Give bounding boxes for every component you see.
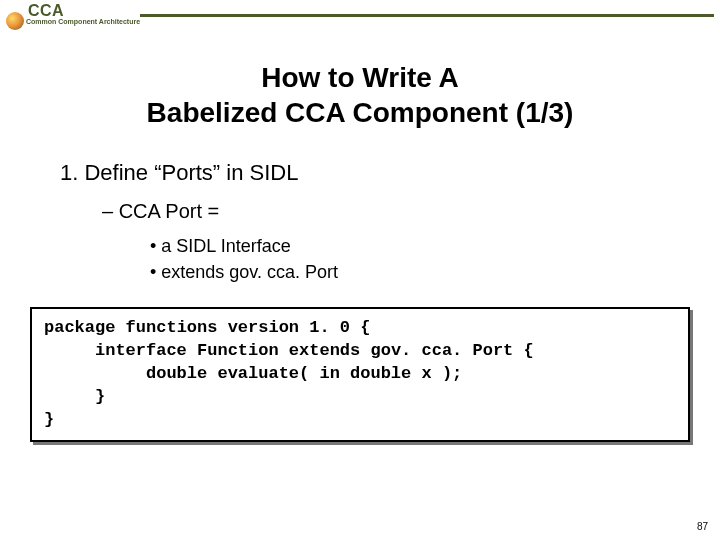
slide-header: CCA Common Component Architecture [0, 0, 720, 40]
code-kw-package: package [44, 318, 115, 337]
code-kw-version: version [228, 318, 299, 337]
title-line-1: How to Write A [0, 60, 720, 95]
slide-content: 1. Define “Ports” in SIDL – CCA Port = •… [0, 160, 720, 285]
code-kw-in-double: in double [319, 364, 411, 383]
code-l2d: gov. cca. Port { [360, 341, 533, 360]
header-divider [140, 14, 714, 17]
code-kw-double: double [44, 364, 207, 383]
code-l5: } [44, 410, 54, 429]
page-number: 87 [697, 521, 708, 532]
outline-level2: – CCA Port = [40, 200, 680, 223]
title-line-2: Babelized CCA Component (1/3) [0, 95, 720, 130]
code-l4: } [44, 387, 105, 406]
slide-title: How to Write A Babelized CCA Component (… [0, 60, 720, 130]
outline-level1: 1. Define “Ports” in SIDL [40, 160, 680, 186]
code-kw-interface: interface [44, 341, 187, 360]
code-l3b: evaluate( [207, 364, 319, 383]
code-l3d: x ); [411, 364, 462, 383]
outline-bullet-1: • a SIDL Interface [150, 233, 680, 259]
code-l1b: functions [115, 318, 227, 337]
outline-level3-list: • a SIDL Interface • extends gov. cca. P… [40, 233, 680, 285]
code-kw-extends: extends [289, 341, 360, 360]
outline-bullet-2: • extends gov. cca. Port [150, 259, 680, 285]
code-l2b: Function [187, 341, 289, 360]
logo-area: CCA Common Component Architecture [8, 2, 140, 25]
code-l1d: 1. 0 { [299, 318, 370, 337]
code-block: package functions version 1. 0 { interfa… [30, 307, 690, 442]
cca-logo-icon [6, 12, 24, 30]
header-subtitle: Common Component Architecture [26, 18, 140, 25]
